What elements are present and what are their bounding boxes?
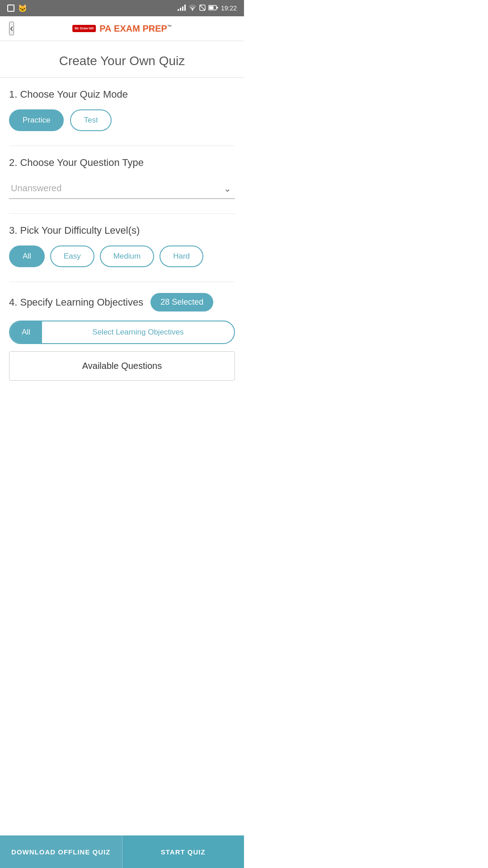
divider-2 <box>9 213 235 214</box>
available-questions-label: Available Questions <box>82 361 162 371</box>
wifi-icon <box>188 5 197 12</box>
question-type-label: 2. Choose Your Question Type <box>9 157 235 169</box>
battery-indicator <box>208 5 218 12</box>
available-questions-box: Available Questions <box>9 351 235 381</box>
no-sim-icon <box>199 5 206 12</box>
svg-rect-3 <box>184 5 186 11</box>
hard-button[interactable]: Hard <box>160 245 203 267</box>
svg-rect-9 <box>216 7 218 9</box>
svg-rect-0 <box>178 9 179 11</box>
svg-rect-1 <box>180 8 181 11</box>
all-difficulty-button[interactable]: All <box>9 245 45 267</box>
practice-button[interactable]: Practice <box>9 109 64 131</box>
status-left-icons: 🐱 <box>7 4 27 13</box>
objectives-header: 4. Specify Learning Objectives 28 Select… <box>9 293 235 311</box>
svg-line-6 <box>200 5 205 10</box>
divider-3 <box>9 282 235 282</box>
select-objectives-toggle[interactable]: Select Learning Objectives <box>42 321 234 343</box>
status-right-icons: 19:22 <box>178 5 237 12</box>
quiz-mode-buttons: Practice Test <box>9 109 235 131</box>
mcgraw-logo: Mc Graw Hill <box>72 25 96 32</box>
app-logo: Mc Graw Hill PA EXAM PREP™ <box>72 24 172 34</box>
question-type-select[interactable]: Unanswered All Answered Correct Answered… <box>9 178 235 199</box>
test-button[interactable]: Test <box>70 109 111 131</box>
quiz-mode-section: 1. Choose Your Quiz Mode Practice Test <box>9 89 235 131</box>
page-title-section: Create Your Own Quiz <box>0 41 244 78</box>
question-type-dropdown-wrapper: Unanswered All Answered Correct Answered… <box>9 178 235 199</box>
selected-badge: 28 Selected <box>150 293 213 311</box>
all-objectives-toggle[interactable]: All <box>10 321 42 343</box>
page-title: Create Your Own Quiz <box>9 54 235 68</box>
pa-exam-prep-logo: PA EXAM PREP™ <box>99 24 172 34</box>
question-type-section: 2. Choose Your Question Type Unanswered … <box>9 157 235 199</box>
main-content: 1. Choose Your Quiz Mode Practice Test 2… <box>0 78 244 437</box>
objectives-toggle-row: All Select Learning Objectives <box>9 321 235 344</box>
learning-objectives-section: 4. Specify Learning Objectives 28 Select… <box>9 293 235 381</box>
easy-button[interactable]: Easy <box>50 245 94 267</box>
svg-rect-8 <box>209 6 213 9</box>
status-bar: 🐱 <box>0 0 244 16</box>
signal-icon <box>178 5 186 12</box>
time-display: 19:22 <box>221 5 237 12</box>
difficulty-section: 3. Pick Your Difficulty Level(s) All Eas… <box>9 225 235 267</box>
objectives-label: 4. Specify Learning Objectives <box>9 297 143 308</box>
difficulty-label: 3. Pick Your Difficulty Level(s) <box>9 225 235 236</box>
medium-button[interactable]: Medium <box>100 245 154 267</box>
divider-1 <box>9 146 235 146</box>
quiz-mode-label: 1. Choose Your Quiz Mode <box>9 89 235 100</box>
app-header: ‹ Mc Graw Hill PA EXAM PREP™ <box>0 16 244 41</box>
back-button[interactable]: ‹ <box>9 22 14 35</box>
svg-rect-2 <box>182 6 183 11</box>
cat-icon: 🐱 <box>18 4 27 13</box>
difficulty-buttons: All Easy Medium Hard <box>9 245 235 267</box>
square-icon <box>7 5 14 12</box>
svg-point-4 <box>192 9 193 10</box>
